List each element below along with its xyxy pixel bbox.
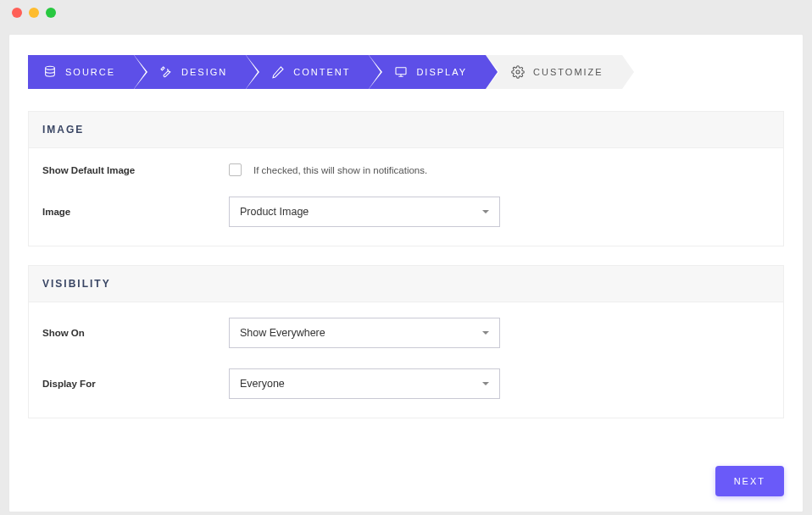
monitor-icon (394, 65, 408, 79)
row-show-default-image: Show Default Image If checked, this will… (42, 163, 770, 176)
show-on-label: Show On (42, 328, 229, 338)
image-control: Product Image (229, 197, 500, 227)
wizard-step-source[interactable]: SOURCE (28, 55, 134, 89)
section-image: IMAGE Show Default Image If checked, thi… (28, 111, 784, 246)
display-for-control: Everyone (229, 368, 500, 399)
chevron-down-icon (482, 382, 489, 385)
svg-rect-1 (396, 68, 406, 75)
window-titlebar (0, 0, 812, 25)
wizard-step-content[interactable]: CONTENT (246, 55, 369, 89)
wizard-step-label: DISPLAY (416, 67, 467, 77)
display-for-select[interactable]: Everyone (229, 368, 500, 399)
content-panel: SOURCE DESIGN CONTENT DISPLAY (8, 34, 804, 512)
show-on-control: Show Everywhere (229, 318, 500, 348)
image-select-value: Product Image (240, 206, 309, 218)
section-visibility-body: Show On Show Everywhere Display For Ever… (29, 302, 783, 418)
wizard-step-design[interactable]: DESIGN (134, 55, 246, 89)
window-maximize-button[interactable] (46, 8, 56, 18)
show-on-select[interactable]: Show Everywhere (229, 318, 500, 348)
chevron-down-icon (482, 210, 489, 213)
wizard-step-customize[interactable]: CUSTOMIZE (486, 55, 622, 89)
show-on-select-value: Show Everywhere (240, 327, 325, 339)
row-image: Image Product Image (42, 197, 770, 227)
tools-icon (159, 65, 173, 79)
wizard-step-label: DESIGN (181, 67, 227, 77)
database-icon (43, 65, 57, 79)
section-visibility: VISIBILITY Show On Show Everywhere Displ… (28, 265, 784, 418)
wizard-step-label: SOURCE (65, 67, 115, 77)
section-image-header: IMAGE (29, 112, 783, 148)
section-visibility-header: VISIBILITY (29, 266, 783, 302)
wizard-step-display[interactable]: DISPLAY (369, 55, 486, 89)
window-minimize-button[interactable] (29, 8, 39, 18)
show-default-image-checkbox[interactable] (229, 163, 242, 176)
svg-point-0 (46, 66, 55, 69)
app-window: SOURCE DESIGN CONTENT DISPLAY (0, 0, 812, 515)
show-default-image-control: If checked, this will show in notificati… (229, 163, 427, 176)
next-button[interactable]: NEXT (715, 466, 784, 496)
window-close-button[interactable] (12, 8, 22, 18)
wizard-step-label: CUSTOMIZE (533, 67, 603, 77)
pencil-icon (271, 65, 285, 79)
svg-point-2 (516, 70, 520, 74)
image-label: Image (42, 207, 229, 217)
wizard-steps: SOURCE DESIGN CONTENT DISPLAY (28, 55, 784, 89)
show-default-image-label: Show Default Image (42, 165, 229, 175)
gear-icon (511, 65, 525, 79)
row-show-on: Show On Show Everywhere (42, 318, 770, 348)
display-for-label: Display For (42, 379, 229, 389)
show-default-image-help: If checked, this will show in notificati… (253, 165, 427, 175)
display-for-select-value: Everyone (240, 378, 285, 390)
wizard-step-label: CONTENT (293, 67, 350, 77)
section-image-body: Show Default Image If checked, this will… (29, 148, 783, 246)
image-select[interactable]: Product Image (229, 197, 500, 227)
chevron-down-icon (482, 331, 489, 335)
row-display-for: Display For Everyone (42, 368, 770, 399)
